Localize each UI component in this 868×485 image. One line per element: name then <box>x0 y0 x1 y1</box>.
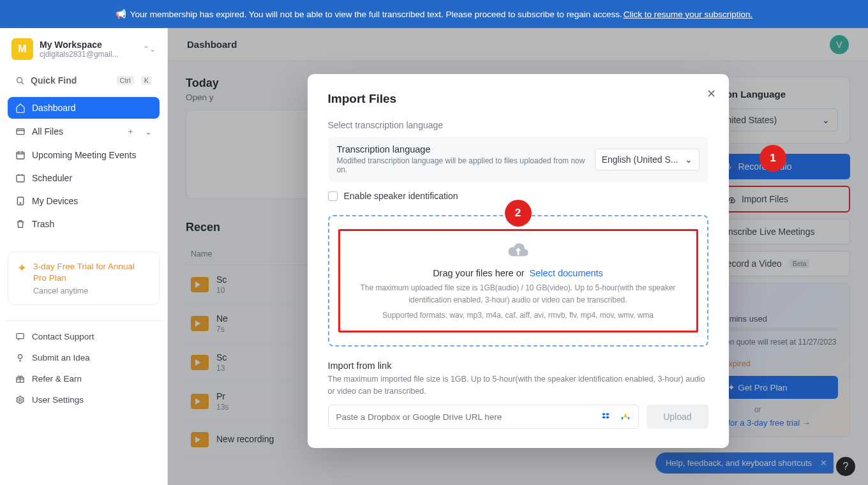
plus-icon[interactable]: ＋ <box>126 126 135 137</box>
quick-find[interactable]: Quick Find Ctrl K <box>9 70 158 91</box>
annotation-2: 2 <box>505 200 532 227</box>
cloud-upload-icon <box>347 240 690 262</box>
lang-dropdown[interactable]: English (United S... ⌄ <box>595 149 700 170</box>
trash-icon <box>15 219 26 229</box>
link-input-wrap[interactable] <box>328 405 640 429</box>
dropzone-highlight: Drag your files here or Select documents… <box>338 229 698 332</box>
nav-label: Trash <box>32 219 54 229</box>
modal-title: Import Files <box>328 92 708 106</box>
nav-devices[interactable]: My Devices <box>8 190 160 212</box>
nav-all-files[interactable]: All Files ＋ ⌄ <box>8 120 160 143</box>
svg-point-0 <box>17 77 22 82</box>
drop-main-text: Drag your files here or <box>433 268 524 278</box>
svg-point-8 <box>18 355 22 359</box>
nav-user-settings[interactable]: User Settings <box>8 389 160 410</box>
chevron-updown-icon: ⌃⌄ <box>143 45 156 54</box>
bulb-icon <box>15 353 26 362</box>
svg-line-1 <box>22 82 24 84</box>
main-area: Dashboard V Today Open y Recen Name <box>168 28 868 485</box>
search-icon <box>15 76 26 86</box>
banner-resume-link[interactable]: Click to resume your subscription. <box>624 10 753 19</box>
kbd-ctrl: Ctrl <box>117 76 134 85</box>
import-link-sub: The maximum imported file size is 1GB. U… <box>328 373 708 398</box>
nav-label: User Settings <box>32 395 84 405</box>
lang-value: English (United S... <box>602 154 678 165</box>
schedule-icon <box>15 173 26 183</box>
svg-rect-4 <box>17 175 24 182</box>
workspace-email: cjdigitals2831@gmail... <box>40 50 119 59</box>
lang-setting-row: Transcription language Modified transcri… <box>328 137 708 182</box>
membership-banner: 📢 Your membership has expired. You will … <box>0 0 868 28</box>
megaphone-icon: 📢 <box>116 9 126 19</box>
lang-setting-title: Transcription language <box>337 144 586 154</box>
nav-label: Dashboard <box>32 103 76 113</box>
nav-contact-support[interactable]: Contact Support <box>8 326 160 347</box>
dropzone[interactable]: 2 Drag your files here or Select documen… <box>328 215 708 347</box>
nav-label: My Devices <box>32 196 78 206</box>
drop-sub1: The maximum uploaded file size is 1GB(au… <box>347 282 690 306</box>
section-label: Select transcription language <box>328 120 708 130</box>
promo-card[interactable]: ✦ 3-day Free Trial for Annual Pro Plan C… <box>8 251 160 305</box>
primary-nav: Dashboard All Files ＋ ⌄ Upcoming Meeting… <box>8 97 160 235</box>
svg-rect-7 <box>17 334 24 339</box>
workspace-avatar: M <box>11 38 33 60</box>
nav-submit-idea[interactable]: Submit an Idea <box>8 347 160 368</box>
banner-text: Your membership has expired. You will no… <box>130 10 622 19</box>
kbd-k: K <box>141 76 152 85</box>
upload-button[interactable]: Upload <box>647 405 708 429</box>
svg-rect-2 <box>17 129 24 135</box>
svg-point-6 <box>20 203 20 204</box>
import-link-title: Import from link <box>328 361 708 371</box>
nav-upcoming[interactable]: Upcoming Meeting Events <box>8 144 160 166</box>
promo-sub: Cancel anytime <box>33 287 150 295</box>
gift-icon <box>15 374 26 384</box>
nav-label: Contact Support <box>32 332 94 341</box>
quick-find-label: Quick Find <box>31 75 77 86</box>
drop-sub2: Supported formats: wav, mp3, m4a, caf, a… <box>347 310 690 322</box>
nav-label: Refer & Earn <box>32 374 82 384</box>
nav-refer[interactable]: Refer & Earn <box>8 368 160 389</box>
link-url-input[interactable] <box>336 412 597 422</box>
folder-icon <box>15 126 26 137</box>
google-drive-icon <box>620 412 631 422</box>
checkbox[interactable] <box>328 191 338 201</box>
chevron-down-icon[interactable]: ⌄ <box>145 127 152 137</box>
sparkle-icon: ✦ <box>17 261 27 295</box>
svg-rect-3 <box>17 152 24 159</box>
nav-label: All Files <box>32 126 63 137</box>
bottom-nav: Contact Support Submit an Idea Refer & E… <box>5 320 162 410</box>
checkbox-label: Enable speaker identification <box>344 191 458 201</box>
workspace-name: My Workspace <box>40 40 119 50</box>
sidebar: M My Workspace cjdigitals2831@gmail... ⌃… <box>0 28 168 485</box>
lang-setting-sub: Modified transcription language will be … <box>337 156 586 174</box>
dropbox-icon <box>601 412 611 422</box>
nav-label: Upcoming Meeting Events <box>32 150 136 160</box>
workspace-switcher[interactable]: M My Workspace cjdigitals2831@gmail... ⌃… <box>5 34 162 68</box>
nav-dashboard[interactable]: Dashboard <box>8 97 160 119</box>
nav-label: Submit an Idea <box>32 353 90 362</box>
nav-trash[interactable]: Trash <box>8 213 160 235</box>
promo-title: 3-day Free Trial for Annual Pro Plan <box>33 261 150 284</box>
calendar-icon <box>15 150 26 160</box>
nav-scheduler[interactable]: Scheduler <box>8 167 160 189</box>
home-icon <box>15 103 26 113</box>
gear-icon <box>15 395 26 405</box>
speaker-id-row[interactable]: Enable speaker identification <box>328 191 708 201</box>
device-icon <box>15 196 26 206</box>
nav-label: Scheduler <box>32 173 72 183</box>
chevron-down-icon: ⌄ <box>685 154 692 165</box>
import-files-modal: Import Files ✕ Select transcription lang… <box>308 74 729 448</box>
close-icon[interactable]: ✕ <box>707 87 716 101</box>
svg-point-10 <box>19 399 22 401</box>
chat-icon <box>15 332 26 341</box>
select-documents-link[interactable]: Select documents <box>530 268 603 278</box>
